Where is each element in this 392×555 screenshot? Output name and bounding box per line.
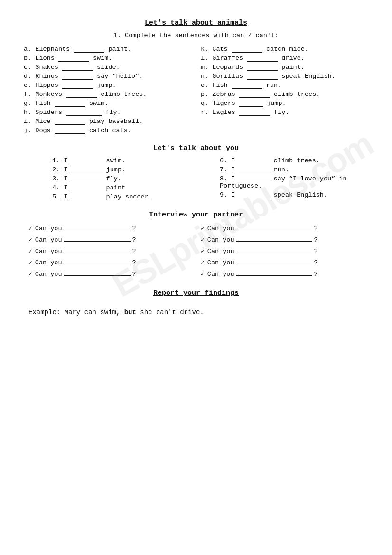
answer-blank — [239, 176, 270, 182]
answer-blank — [247, 64, 278, 71]
num-item: 4. I paint — [52, 184, 201, 191]
answer-blank — [239, 192, 270, 198]
sentence-item: f. Monkeys climb trees. — [24, 91, 191, 98]
interview-item: ✓ Can you ? — [28, 258, 196, 266]
answer-blank — [62, 64, 93, 71]
answer-blank — [66, 91, 97, 98]
section3-title: Interview your partner — [24, 211, 368, 219]
page-title: Let's talk about animals — [24, 19, 368, 27]
answer-blank — [74, 46, 104, 53]
sentence-item: o. Fish run. — [201, 82, 368, 89]
interview-blank — [236, 235, 312, 242]
answer-blank — [72, 185, 103, 191]
answer-blank — [72, 158, 103, 164]
interview-item: ✓ Can you ? — [28, 224, 196, 232]
interview-blank — [64, 235, 131, 242]
checkmark-icon: ✓ — [201, 259, 205, 266]
interview-item: ✓ Can you ? — [201, 258, 368, 266]
checkmark-icon: ✓ — [201, 270, 205, 278]
sentence-item: c. Snakes slide. — [24, 64, 191, 71]
checkmark-icon: ✓ — [28, 270, 32, 278]
interview-item: ✓ Can you ? — [28, 269, 196, 278]
section2: Let's talk about you 1. I swim.2. I jump… — [24, 144, 368, 202]
answer-blank — [72, 176, 103, 182]
example-cant: can't drive — [156, 309, 200, 316]
example-prefix: Example: — [28, 309, 65, 316]
example-but-bold: but — [124, 309, 136, 316]
answer-blank — [247, 73, 278, 80]
section1-left: a. Elephants paint.b. Lions swim.c. Snak… — [24, 46, 196, 136]
interview-blank — [64, 269, 131, 276]
answer-blank — [62, 82, 93, 89]
answer-blank — [232, 46, 262, 53]
answer-blank — [239, 109, 270, 116]
section1-columns: a. Elephants paint.b. Lions swim.c. Snak… — [24, 46, 368, 136]
section1-instruction: 1. Complete the sentences with can / can… — [24, 32, 368, 39]
sentence-item: r. Eagles fly. — [201, 109, 368, 116]
answer-blank — [239, 100, 263, 107]
num-item: 8. I say “I love you” in Portuguese. — [220, 175, 368, 189]
section3-columns: ✓ Can you ?✓ Can you ?✓ Can you ?✓ Can y… — [24, 224, 368, 281]
sentence-item: l. Giraffes drive. — [201, 55, 368, 62]
sentence-item: h. Spiders fly. — [24, 109, 191, 116]
section2-left: 1. I swim.2. I jump.3. I fly.4. I paint5… — [24, 157, 205, 202]
interview-blank — [236, 269, 312, 276]
section3-left: ✓ Can you ?✓ Can you ?✓ Can you ?✓ Can y… — [24, 224, 196, 281]
num-item: 5. I play soccer. — [52, 193, 201, 200]
interview-blank — [64, 246, 131, 253]
interview-item: ✓ Can you ? — [201, 224, 368, 232]
interview-blank — [64, 224, 131, 230]
sentence-item: a. Elephants paint. — [24, 46, 191, 53]
answer-blank — [66, 109, 102, 116]
interview-blank — [236, 224, 312, 230]
checkmark-icon: ✓ — [28, 236, 32, 244]
sentence-item: n. Gorillas speak English. — [201, 73, 368, 80]
interview-item: ✓ Can you ? — [201, 269, 368, 278]
checkmark-icon: ✓ — [28, 259, 32, 266]
checkmark-icon: ✓ — [201, 225, 205, 232]
answer-blank — [62, 73, 93, 80]
num-item: 6. I climb trees. — [220, 157, 368, 164]
example-name: Mary — [65, 309, 81, 316]
answer-blank — [239, 91, 270, 98]
answer-blank — [72, 167, 103, 173]
num-item: 7. I run. — [220, 166, 368, 173]
section1-right: k. Cats catch mice.l. Giraffes drive.m. … — [196, 46, 368, 136]
answer-blank — [239, 167, 270, 173]
interview-item: ✓ Can you ? — [28, 235, 196, 244]
sentence-item: k. Cats catch mice. — [201, 46, 368, 53]
answer-blank — [239, 158, 270, 164]
sentence-item: m. Leopards paint. — [201, 64, 368, 71]
answer-blank — [72, 194, 103, 200]
interview-item: ✓ Can you ? — [28, 246, 196, 255]
checkmark-icon: ✓ — [28, 225, 32, 232]
sentence-item: d. Rhinos say “hello”. — [24, 73, 191, 80]
section3: Interview your partner ✓ Can you ?✓ Can … — [24, 211, 368, 281]
num-item: 9. I speak English. — [220, 191, 368, 198]
sentence-item: q. Tigers jump. — [201, 100, 368, 107]
answer-blank — [55, 127, 85, 134]
num-item: 3. I fly. — [52, 175, 201, 182]
answer-blank — [55, 118, 85, 125]
sentence-item: g. Fish swim. — [24, 100, 191, 107]
num-item: 1. I swim. — [52, 157, 201, 164]
answer-blank — [55, 100, 85, 107]
interview-blank — [236, 258, 312, 264]
sentence-item: p. Zebras climb trees. — [201, 91, 368, 98]
answer-blank — [247, 55, 278, 62]
example-can: can swim — [84, 309, 116, 316]
answer-blank — [232, 82, 262, 89]
checkmark-icon: ✓ — [201, 236, 205, 244]
section3-right: ✓ Can you ?✓ Can you ?✓ Can you ?✓ Can y… — [196, 224, 368, 281]
example-sentence: Example: Mary can swim, but she can't dr… — [24, 309, 368, 316]
section4-title: Report your findings — [24, 289, 368, 297]
checkmark-icon: ✓ — [28, 247, 32, 255]
section4: Report your findings Example: Mary can s… — [24, 289, 368, 316]
section2-columns: 1. I swim.2. I jump.3. I fly.4. I paint5… — [24, 157, 368, 202]
sentence-item: i. Mice play baseball. — [24, 118, 191, 125]
interview-item: ✓ Can you ? — [201, 246, 368, 255]
num-item: 2. I jump. — [52, 166, 201, 173]
interview-item: ✓ Can you ? — [201, 235, 368, 244]
section2-title: Let's talk about you — [24, 144, 368, 152]
sentence-item: e. Hippos jump. — [24, 82, 191, 89]
